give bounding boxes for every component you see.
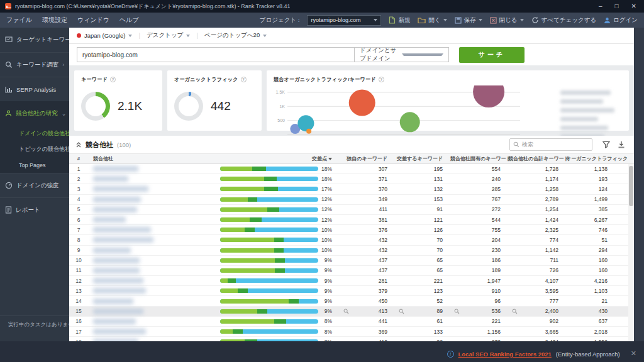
col-header-competitor[interactable]: 競合他社 [88,155,219,162]
col-header-intersecting-keywords[interactable]: 交差するキーワード [395,155,450,162]
search-engine-filter[interactable]: Japan (Google) [77,32,132,39]
sidebar-item-competitor-research[interactable]: 競合他社の研究⌄ [0,101,69,126]
table-row[interactable]: 4 12% 349 153 767 2,789 1,499 [69,195,634,205]
table-row[interactable]: 15 9% 413 89 536 2,400 430 [69,307,634,317]
col-header-competitor-total-keywords[interactable]: 競合他社の合計キーワード [508,155,566,162]
minimize-icon[interactable]: – [599,3,602,9]
row-index: 17 [69,329,88,335]
table-row[interactable]: 11 9% 437 65 189 726 160 [69,266,634,276]
organic-traffic-cell: 2,018 [566,329,615,335]
sidebar-item-domain-competitors[interactable]: ドメインの競合他社 [0,126,69,141]
competitor-total-keywords-cell: 2,325 [508,227,566,233]
sidebar-item-target-keywords[interactable]: ターゲットキーワード› [0,28,69,52]
download-icon[interactable] [618,141,625,148]
vertical-scrollbar[interactable] [628,164,634,341]
login-button[interactable]: ログイン [604,16,638,25]
maximize-icon[interactable]: □ [615,3,619,9]
intersection-bar [220,268,318,273]
close-window-icon[interactable]: ✕ [631,3,636,9]
competitor-name-blurred [88,207,219,212]
competitor-name-blurred [88,258,219,263]
intersecting-keywords-cell: 65 [395,267,450,273]
menu-help[interactable]: ヘルプ [119,16,139,25]
traffic-card-title: オーガニックトラフィック [174,76,238,83]
traffic-value: 442 [211,99,231,113]
table-row[interactable]: 17 8% 369 133 1,156 3,665 2,018 [69,327,634,337]
col-header-unique-keywords[interactable]: 独自のキーワード [340,155,395,162]
summary-cards: キーワード? 2.1K オーガニックトラフィック? 442 競合オーガニックトラ… [69,65,634,136]
organic-traffic-cell: 4,216 [566,278,615,284]
open-project-button[interactable]: 開く [418,16,447,25]
filter-funnel-icon[interactable] [602,141,610,148]
col-header-organic-traffic[interactable]: オーガニックトラフィック [566,155,615,162]
competitor-total-keywords-cell: 774 [508,237,566,243]
magnifier-icon[interactable] [340,309,349,314]
sidebar-item-serp-analysis[interactable]: SERP Analysis [0,77,69,101]
table-row[interactable]: 12 9% 281 221 1,947 4,107 4,216 [69,276,634,286]
organic-traffic-cell: 1,556 [566,339,615,341]
magnifier-icon[interactable] [450,309,460,314]
help-icon[interactable]: ? [241,77,247,82]
intersecting-keywords-cell: 195 [395,166,450,172]
sidebar-item-top-pages[interactable]: Top Pages [0,157,69,173]
check-all-button[interactable]: すべてチェックする [531,16,597,25]
intersection-cell: 12% [219,196,340,202]
table-row[interactable]: 1 18% 307 195 554 1,728 1,138 [69,164,634,174]
table-row[interactable]: 5 12% 411 91 272 1,254 385 [69,205,634,215]
row-index: 13 [69,288,88,294]
table-row[interactable]: 10 9% 437 65 186 711 160 [69,256,634,266]
sidebar-item-topic-competitors[interactable]: トピックの競合他社 [0,141,69,157]
unique-keywords-cell: 432 [340,237,395,243]
menu-file[interactable]: ファイル [6,16,32,25]
chevron-down-icon [443,19,447,21]
col-header-competitor-unique-keywords[interactable]: 競合他社固有のキーワード [450,155,508,162]
competitor-total-keywords-cell: 1,728 [508,166,566,172]
table-search-input[interactable]: 検索 [509,138,592,151]
project-select[interactable]: ryotamipo-blog.com [307,15,381,26]
help-icon[interactable]: ? [379,77,384,82]
depth-filter[interactable]: ページのトップへ20 [204,31,267,40]
table-row[interactable]: 7 10% 376 126 755 2,325 746 [69,225,634,235]
menu-preferences[interactable]: 環境設定 [42,16,67,25]
dismiss-notification-icon[interactable]: ✕ [631,349,636,358]
table-row[interactable]: 2 18% 371 131 240 1,174 193 [69,174,634,184]
unique-keywords-cell: 371 [340,176,395,182]
magnifier-icon[interactable] [508,309,518,314]
close-project-button[interactable]: 閉じる [490,16,524,25]
menu-window[interactable]: ウィンドウ [77,16,109,25]
scope-select[interactable]: ドメインとサブドメイン [355,47,449,62]
table-row[interactable]: 8 10% 432 70 204 774 51 [69,235,634,245]
table-row[interactable]: 3 17% 370 132 285 1,258 124 [69,184,634,194]
sidebar-item-domain-strength[interactable]: ドメインの強度 [0,173,69,197]
competitor-name-blurred [88,268,219,273]
sidebar-item-keyword-research[interactable]: キーワード調査› [0,52,69,77]
competitor-name-blurred [88,227,219,233]
table-row[interactable]: 13 9% 379 123 910 3,595 1,103 [69,286,634,296]
device-filter[interactable]: デスクトップ [147,31,190,40]
search-button[interactable]: サーチ [459,47,525,63]
scrollbar-thumb[interactable] [629,166,633,206]
col-header-intersection[interactable]: 交差点 [219,155,340,162]
intersection-percent: 9% [318,278,340,284]
unique-keywords-cell: 413 [340,308,395,314]
save-project-button[interactable]: 保存 [455,16,482,25]
domain-input[interactable]: ryotamipo-blog.com [77,47,355,62]
new-project-button[interactable]: 新規 [389,16,410,25]
intersection-percent: 12% [318,217,340,223]
col-header-index[interactable]: # [69,156,88,162]
collapse-icon[interactable] [75,141,82,148]
competitor-unique-keywords-cell: 285 [450,186,508,192]
intersection-bar [220,299,318,304]
table-row[interactable]: 9 10% 432 70 230 1,142 294 [69,246,634,256]
table-row[interactable]: 16 8% 441 61 221 902 637 [69,317,634,327]
footer-link[interactable]: Local SEO Ranking Factors 2021 [458,351,552,358]
magnifier-icon[interactable] [395,309,404,314]
intersection-cell: 9% [219,267,340,273]
intersection-percent: 9% [318,308,340,314]
help-icon[interactable]: ? [110,77,116,82]
sidebar-item-reports[interactable]: レポート [0,197,69,222]
table-row[interactable]: 14 9% 450 52 96 777 21 [69,296,634,306]
target-keywords-icon [5,36,13,43]
table-row[interactable]: 6 12% 381 121 544 1,424 6,267 [69,215,634,225]
table-row[interactable]: 18 8% 410 92 676 2,434 1,556 [69,337,634,341]
